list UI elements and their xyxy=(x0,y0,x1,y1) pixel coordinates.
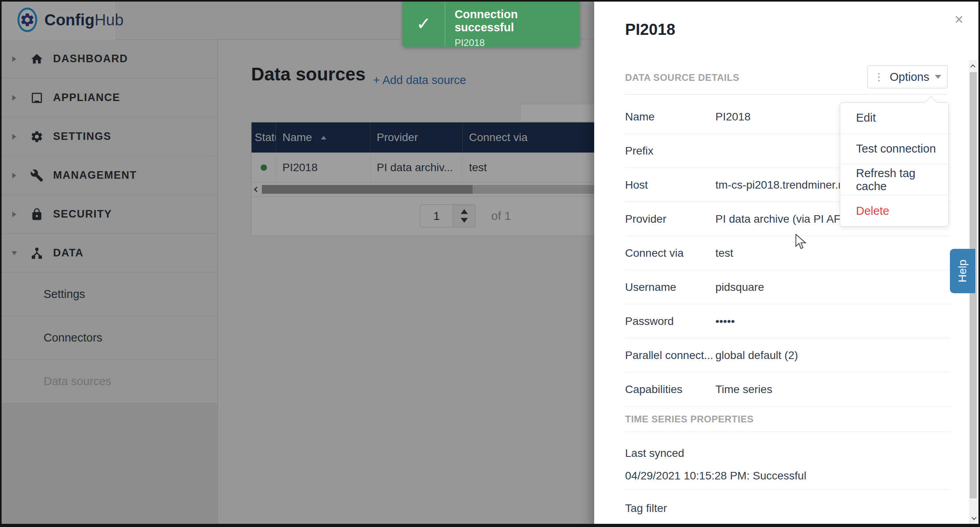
menu-item-refresh-tag-cache[interactable]: Refresh tag cache xyxy=(840,164,948,195)
field-label: Host xyxy=(625,179,715,191)
menu-item-edit[interactable]: Edit xyxy=(840,103,948,134)
section-header-timeseries: TIME SERIES PROPERTIES xyxy=(625,407,951,432)
check-icon: ✓ xyxy=(402,0,445,47)
field-row-parallel-connections: Parallel connect... global default (2) xyxy=(625,338,951,372)
toast-title: Connection successful xyxy=(455,8,580,34)
section-divider xyxy=(625,94,948,95)
field-label: Provider xyxy=(625,213,715,225)
field-label: Connect via xyxy=(625,247,715,260)
field-label: Capabilities xyxy=(625,383,715,396)
scroll-up-icon[interactable] xyxy=(969,60,978,72)
close-icon[interactable]: × xyxy=(955,12,963,27)
chevron-down-icon xyxy=(935,75,941,79)
toast-subtitle: PI2018 xyxy=(455,37,580,48)
last-synced-value: 04/29/2021 10:15:28 PM: Successful xyxy=(625,462,951,490)
field-row-capabilities: Capabilities Time series xyxy=(625,372,951,407)
success-toast: ✓ Connection successful PI2018 xyxy=(402,0,580,47)
field-value: pidsquare xyxy=(715,281,951,294)
menu-item-delete[interactable]: Delete xyxy=(840,195,948,226)
field-label: Parallel connect... xyxy=(625,349,715,362)
field-value: Time series xyxy=(715,383,951,396)
help-tab-label: Help xyxy=(956,260,969,283)
field-label: Username xyxy=(625,281,715,294)
field-row-connect-via: Connect via test xyxy=(625,236,951,270)
kebab-icon: ⋮ xyxy=(874,72,884,82)
field-value: global default (2) xyxy=(715,349,951,362)
field-row-username: Username pidsquare xyxy=(625,270,951,304)
field-value: ••••• xyxy=(715,315,951,328)
menu-item-test-connection[interactable]: Test connection xyxy=(840,134,948,164)
options-button-label: Options xyxy=(890,71,929,84)
last-synced-label: Last synced xyxy=(625,432,951,462)
options-dropdown-menu: Edit Test connection Refresh tag cache D… xyxy=(840,102,949,227)
panel-title: PI2018 xyxy=(625,21,675,38)
field-label: Password xyxy=(625,315,715,328)
toast-body: Connection successful PI2018 xyxy=(445,0,580,47)
field-label: Name xyxy=(625,111,715,123)
options-button[interactable]: ⋮ Options xyxy=(868,65,948,88)
field-row-password: Password ••••• xyxy=(625,304,951,338)
help-tab[interactable]: Help xyxy=(950,249,975,293)
scroll-down-icon[interactable] xyxy=(969,512,978,524)
data-source-detail-panel: PI2018 × DATA SOURCE DETAILS ⋮ Options N… xyxy=(594,0,980,527)
field-value: test xyxy=(715,247,951,260)
field-label: Prefix xyxy=(625,145,715,157)
tag-filter-label: Tag filter xyxy=(625,490,951,527)
section-header-details: DATA SOURCE DETAILS xyxy=(625,72,740,83)
